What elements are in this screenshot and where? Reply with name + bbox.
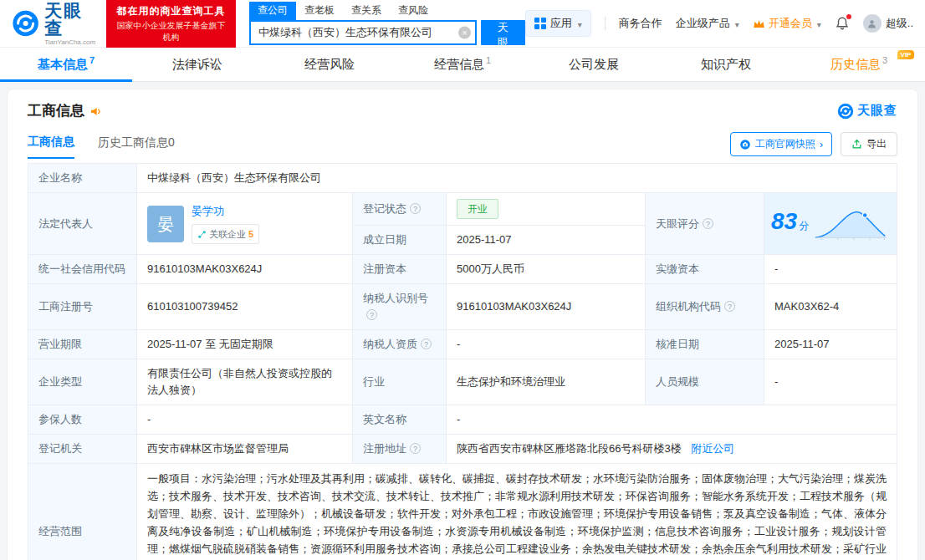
help-icon[interactable]	[366, 309, 377, 320]
reg-authority-label: 登记机关	[28, 435, 137, 464]
nearby-companies-link[interactable]: 附近公司	[691, 442, 734, 455]
menu-enterprise[interactable]: 企业级产品	[676, 16, 739, 31]
establish-date-label: 成立日期	[353, 226, 447, 255]
reg-address-label: 注册地址	[353, 435, 447, 464]
staff-size-value: -	[764, 359, 897, 405]
status-badge: 开业	[457, 199, 498, 219]
legal-rep-cell: 晏 晏学功 关联企业 5	[137, 193, 353, 255]
reg-no-value: 610103100739452	[137, 284, 353, 330]
score-label: 天眼评分	[646, 193, 764, 255]
search-tab-relation[interactable]: 查关系	[343, 2, 390, 20]
business-info-card: 工商信息 天眼查 工商信息 历史工商信息0	[7, 89, 918, 560]
taxpayer-no-label: 纳税人识别号	[353, 284, 447, 330]
help-icon[interactable]	[410, 203, 421, 214]
user-account[interactable]: 超级..	[863, 14, 913, 33]
chevron-down-icon	[733, 18, 739, 30]
search-tabs: 查公司 查老板 查关系 查风险	[249, 2, 525, 20]
taxpayer-quality-value: -	[447, 330, 646, 359]
table-row: 企业名称 中煤绿科（西安）生态环保有限公司	[28, 164, 897, 193]
user-icon	[866, 18, 877, 29]
company-type-value: 有限责任公司（非自然人投资或控股的法人独资）	[137, 359, 353, 405]
business-term-value: 2025-11-07 至 无固定期限	[137, 330, 353, 359]
business-term-label: 营业期限	[28, 330, 137, 359]
help-icon[interactable]	[410, 443, 421, 454]
tab-operation-info[interactable]: 经营信息1	[396, 48, 529, 81]
megaphone-icon[interactable]	[89, 104, 103, 118]
reg-status-cell: 开业	[447, 193, 646, 226]
clear-search-icon[interactable]	[458, 27, 471, 39]
tianyancha-logo[interactable]: 天眼查 TianYanCha.com	[12, 2, 98, 46]
reg-capital-value: 5000万人民币	[447, 255, 646, 284]
avatar	[863, 14, 882, 33]
paid-capital-value: -	[764, 255, 897, 284]
table-row: 参保人数 - 英文名称 -	[28, 405, 897, 435]
tab-company-development[interactable]: 公司发展	[529, 48, 661, 81]
org-code-value: MAK03X62-4	[764, 284, 897, 330]
reg-capital-label: 注册资本	[353, 255, 447, 284]
related-companies-badge[interactable]: 关联企业 5	[192, 224, 259, 244]
business-scope-value: 一般项目：水污染治理；污水处理及其再利用；碳减排、碳转化、碳捕捉、碳封存技术研发…	[137, 464, 897, 560]
menu-vip[interactable]: 开通会员	[753, 16, 821, 31]
help-icon[interactable]	[703, 218, 713, 229]
reg-authority-value: 西安市碑林区市场监督管理局	[137, 435, 353, 464]
apps-menu[interactable]: 应用	[525, 10, 591, 37]
section-brand-text: 天眼查	[857, 103, 897, 119]
menu-cooperation[interactable]: 商务合作	[619, 16, 662, 31]
taxpayer-no-value: 91610103MAK03X624J	[447, 284, 646, 330]
official-snapshot-button[interactable]: 工商官网快照	[730, 132, 832, 156]
related-companies-count: 5	[248, 226, 253, 242]
tab-basic-info[interactable]: 基本信息7	[0, 48, 132, 81]
crown-icon	[753, 18, 765, 29]
help-icon[interactable]	[724, 301, 735, 312]
grid-icon	[534, 18, 546, 29]
search-tab-risk[interactable]: 查风险	[390, 2, 437, 20]
camera-icon	[739, 139, 751, 150]
tab-intellectual-property[interactable]: 知识产权	[661, 48, 793, 81]
approve-date-label: 核准日期	[646, 330, 764, 359]
tab-operation-risk[interactable]: 经营风险	[264, 48, 396, 81]
notifications-bell[interactable]	[835, 16, 850, 31]
approve-date-value: 2025-11-07	[764, 330, 897, 359]
business-info-table: 企业名称 中煤绿科（西安）生态环保有限公司 法定代表人 晏 晏学功	[28, 163, 897, 560]
taxpayer-quality-label: 纳税人资质	[353, 330, 447, 359]
logo-domain: TianYanCha.com	[44, 39, 98, 46]
search-tab-boss[interactable]: 查老板	[296, 2, 343, 20]
search-tab-company[interactable]: 查公司	[249, 2, 296, 20]
reg-no-label: 工商注册号	[28, 284, 137, 330]
subtab-business-info[interactable]: 工商信息	[28, 135, 74, 159]
search-button[interactable]: 天眼一下	[481, 20, 525, 45]
english-name-value: -	[447, 405, 897, 435]
export-icon	[851, 139, 862, 150]
search-input[interactable]	[249, 20, 477, 45]
legal-rep-name-link[interactable]: 晏学功	[192, 203, 259, 220]
promo-banner: 都在用的商业查询工具 国家中小企业发展子基金旗下机构	[106, 0, 236, 48]
help-icon[interactable]	[421, 339, 432, 349]
legal-rep-avatar[interactable]: 晏	[147, 206, 184, 242]
tab-history-info[interactable]: 历史信息3 VIP	[793, 48, 925, 81]
user-name: 超级..	[886, 16, 913, 31]
search-area: 查公司 查老板 查关系 查风险 天眼一下	[249, 2, 525, 45]
section-title: 工商信息	[28, 101, 84, 120]
promo-line2: 国家中小企业发展子基金旗下机构	[114, 20, 228, 43]
industry-value: 生态保护和环境治理业	[447, 359, 646, 405]
score-chart	[814, 204, 887, 244]
establish-date-value: 2025-11-07	[447, 226, 646, 255]
export-button[interactable]: 导出	[841, 132, 897, 156]
tianyancha-logo-icon	[837, 103, 854, 120]
credit-code-value: 91610103MAK03X624J	[137, 255, 353, 284]
subtab-history-business-info[interactable]: 历史工商信息0	[98, 135, 175, 158]
score-unit: 分	[799, 220, 809, 232]
staff-size-label: 人员规模	[646, 359, 764, 405]
english-name-label: 英文名称	[353, 405, 447, 435]
logo-text: 天眼查	[44, 2, 98, 37]
section-brand-logo: 天眼查	[837, 103, 897, 120]
score-cell[interactable]: 83分	[764, 193, 897, 255]
table-row: 法定代表人 晏 晏学功 关联企业 5	[28, 193, 897, 226]
paid-capital-label: 实缴资本	[646, 255, 764, 284]
promo-line1: 都在用的商业查询工具	[114, 4, 228, 18]
tab-legal[interactable]: 法律诉讼	[132, 48, 264, 81]
business-scope-label: 经营范围	[28, 464, 137, 560]
chevron-down-icon	[815, 18, 821, 30]
company-nav-tabs: 基本信息7 法律诉讼 经营风险 经营信息1 公司发展 知识产权 历史信息3 VI…	[0, 47, 925, 82]
reg-address-cell: 陕西省西安市碑林区雁塔路北段66号科研楼3楼 附近公司	[447, 435, 897, 464]
